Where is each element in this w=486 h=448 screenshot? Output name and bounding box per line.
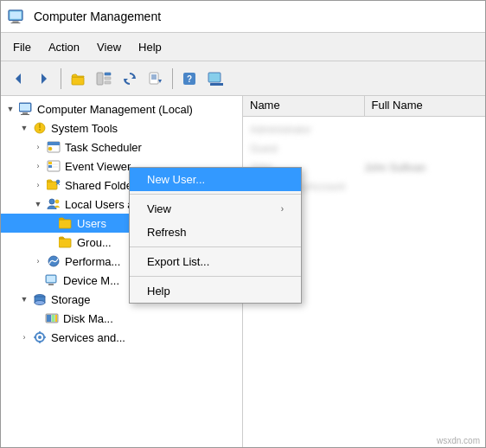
svg-rect-22 <box>210 83 223 86</box>
svg-rect-28 <box>39 124 41 128</box>
toolbar-separator-1 <box>61 68 61 89</box>
list-item[interactable]: Guest <box>243 139 485 158</box>
chevron-system-tools: ▼ <box>18 122 30 134</box>
menu-bar: File Action View Help <box>1 33 485 61</box>
svg-point-44 <box>49 199 54 204</box>
svg-rect-24 <box>20 104 30 111</box>
svg-rect-39 <box>48 165 52 168</box>
chevron-task-scheduler: › <box>32 141 44 153</box>
svg-point-54 <box>35 301 45 305</box>
chevron-performance: › <box>32 255 44 267</box>
services-icon <box>32 330 48 345</box>
system-tools-icon <box>32 120 48 136</box>
svg-rect-57 <box>52 315 54 322</box>
svg-rect-10 <box>105 77 111 80</box>
ctx-help[interactable]: Help <box>130 279 301 303</box>
event-viewer-icon <box>46 158 61 174</box>
menu-action[interactable]: Action <box>40 37 88 57</box>
tree-item-services[interactable]: › Services and... <box>1 328 242 347</box>
tree-label-groups: Grou... <box>77 236 112 249</box>
chevron-icon: ▼ <box>4 103 16 115</box>
col-fullname[interactable]: Full Name <box>365 96 486 116</box>
ctx-new-user[interactable]: New User... <box>130 168 301 191</box>
menu-view[interactable]: View <box>88 37 130 57</box>
refresh-button[interactable] <box>118 67 142 91</box>
ctx-export-list-label: Export List... <box>147 255 209 268</box>
ctx-separator-2 <box>130 246 301 247</box>
list-header: Name Full Name <box>243 96 485 117</box>
main-content: ▼ Computer Management (Local) ▼ <box>1 96 485 448</box>
tree-label-services: Services and... <box>51 331 125 344</box>
svg-marker-6 <box>42 74 47 84</box>
tree-label-computer-mgmt: Computer Management (Local) <box>37 103 193 116</box>
window-title: Computer Management <box>34 10 161 23</box>
forward-button[interactable] <box>32 67 56 91</box>
tree-item-computer-mgmt[interactable]: ▼ Computer Management (Local) <box>1 99 242 118</box>
help-button[interactable]: ? <box>177 67 201 91</box>
svg-rect-47 <box>59 239 71 247</box>
shared-folders-icon <box>46 177 61 193</box>
tree-label-performance: Performa... <box>65 255 120 268</box>
svg-marker-5 <box>16 74 21 84</box>
folder-up-button[interactable] <box>66 67 90 91</box>
svg-rect-25 <box>22 112 28 114</box>
tree-item-system-tools[interactable]: ▼ System Tools <box>1 118 242 138</box>
svg-rect-58 <box>55 315 57 322</box>
list-item[interactable]: Administrator <box>243 120 485 139</box>
ctx-view-arrow: › <box>281 204 284 214</box>
cell-name-2: Guest <box>250 143 364 155</box>
svg-rect-21 <box>208 73 221 82</box>
svg-rect-4 <box>10 12 22 19</box>
ctx-new-user-label: New User... <box>147 173 205 186</box>
svg-rect-9 <box>105 73 111 75</box>
cell-fullname-3: John Sullivan <box>364 162 478 174</box>
storage-icon <box>32 291 48 307</box>
show-hide-button[interactable] <box>92 67 116 91</box>
ctx-refresh[interactable]: Refresh <box>130 221 301 244</box>
svg-rect-26 <box>21 114 29 115</box>
chevron-local-users: ▼ <box>32 198 44 210</box>
computer-mgmt-icon <box>18 101 34 117</box>
tree-label-task-scheduler: Task Scheduler <box>65 141 142 154</box>
tree-label-storage: Storage <box>51 293 91 306</box>
tree-label-device-manager: Device M... <box>63 274 119 287</box>
chevron-services: › <box>18 331 30 343</box>
device-manager-icon <box>44 272 60 288</box>
tree-label-system-tools: System Tools <box>51 122 118 135</box>
svg-rect-40 <box>47 182 57 189</box>
chevron-shared-folders: › <box>32 179 44 191</box>
svg-rect-2 <box>11 22 21 23</box>
svg-rect-1 <box>12 21 18 22</box>
local-users-icon <box>46 196 61 212</box>
performance-icon <box>46 253 61 269</box>
col-name[interactable]: Name <box>243 96 365 116</box>
computer-management-icon <box>8 9 23 24</box>
chevron-storage: ▼ <box>18 293 30 305</box>
menu-help[interactable]: Help <box>130 37 170 57</box>
toolbar-separator-2 <box>172 68 173 89</box>
svg-rect-38 <box>48 162 52 164</box>
tree-item-disk-management[interactable]: Disk Ma... <box>1 309 242 328</box>
toolbar: ? <box>1 61 485 96</box>
svg-point-45 <box>55 200 59 203</box>
tree-label-event-viewer: Event Viewer <box>65 160 131 173</box>
properties-button[interactable] <box>203 67 227 91</box>
ctx-separator-3 <box>130 276 301 277</box>
svg-rect-46 <box>59 220 71 228</box>
svg-rect-11 <box>105 81 111 84</box>
svg-rect-8 <box>97 73 103 85</box>
title-bar: Computer Management <box>1 1 485 33</box>
groups-folder-icon <box>58 234 74 250</box>
export-list-button[interactable] <box>144 67 168 91</box>
ctx-export-list[interactable]: Export List... <box>130 250 301 273</box>
svg-text:?: ? <box>187 74 192 84</box>
svg-rect-31 <box>48 142 60 145</box>
svg-rect-7 <box>72 77 84 85</box>
svg-rect-29 <box>39 129 41 131</box>
ctx-help-label: Help <box>147 285 170 298</box>
menu-file[interactable]: File <box>4 37 40 57</box>
ctx-view[interactable]: View › <box>130 197 301 221</box>
back-button[interactable] <box>6 67 30 91</box>
watermark-text: wsxdn.com <box>437 436 480 445</box>
tree-item-task-scheduler[interactable]: › Task Scheduler <box>1 138 242 157</box>
